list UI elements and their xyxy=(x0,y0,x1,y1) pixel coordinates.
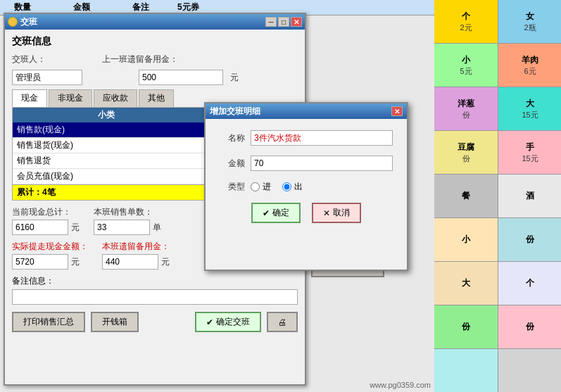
minimize-button[interactable]: ─ xyxy=(265,17,277,27)
maximize-button[interactable]: □ xyxy=(278,17,289,27)
checkmark-icon: ✔ xyxy=(206,317,213,327)
bg-col-2: 金额 xyxy=(73,1,90,13)
dialog-name-row: 名称 xyxy=(220,130,393,146)
dialog-cancel-button[interactable]: ✕ 取消 xyxy=(312,203,361,223)
pos-cell-1[interactable]: 个 2元 xyxy=(434,0,498,43)
withdraw-input[interactable] xyxy=(12,254,68,270)
orders-value-row: 单 xyxy=(94,220,161,235)
prev-reserve-input[interactable] xyxy=(139,70,223,85)
footer-label: 累计：4笔 xyxy=(17,186,201,198)
open-drawer-button[interactable]: 开钱箱 xyxy=(91,312,139,332)
print-summary-button[interactable]: 打印销售汇总 xyxy=(12,312,85,332)
close-button[interactable]: ✕ xyxy=(291,17,302,27)
pos-cell-2[interactable]: 女 2瓶 xyxy=(498,0,561,43)
pos-cell-15[interactable]: 份 xyxy=(434,305,498,348)
pos-cell-17[interactable] xyxy=(434,349,498,392)
withdraw-label: 实际提走现金金额： xyxy=(12,241,88,253)
dialog-type-row: 类型 进 出 xyxy=(220,181,393,193)
tab-other[interactable]: 其他 xyxy=(139,89,174,107)
pos-cell-16[interactable]: 份 xyxy=(498,305,561,348)
withdraw-block: 实际提走现金金额： 元 xyxy=(12,241,88,270)
person-reserve-row: 交班人： 上一班遗留备用金： xyxy=(12,53,298,65)
name-label: 名称 xyxy=(220,132,245,144)
dialog-content: 名称 金额 类型 进 出 ✔ xyxy=(206,119,407,234)
pos-cell-12[interactable]: 份 xyxy=(498,218,561,261)
window-controls[interactable]: ─ □ ✕ xyxy=(265,17,302,27)
print-handover-button[interactable]: 🖨 xyxy=(267,312,298,332)
person-label: 交班人： xyxy=(12,53,46,65)
dialog-title: 增加交班明细 xyxy=(210,106,260,118)
radio-in-input[interactable] xyxy=(251,182,260,191)
bottom-buttons-left: 打印销售汇总 开钱箱 xyxy=(12,312,139,332)
row-name: 销售退货 xyxy=(13,153,199,168)
confirm-handover-button[interactable]: ✔ 确定交班 xyxy=(195,312,261,332)
current-cash-value-row: 元 xyxy=(12,220,80,235)
current-cash-unit: 元 xyxy=(71,222,80,234)
dialog-titlebar: 增加交班明细 ✕ xyxy=(206,103,407,119)
reserve-input[interactable] xyxy=(102,254,158,270)
dialog-amount-row: 金额 xyxy=(220,156,393,171)
section-title: 交班信息 xyxy=(12,35,298,48)
titlebar-left: 交班 xyxy=(8,16,37,28)
pos-cell-5[interactable]: 洋葱 份 xyxy=(434,87,498,130)
tab-cash[interactable]: 现金 xyxy=(12,89,47,107)
pos-cell-4[interactable]: 羊肉 6元 xyxy=(498,44,561,87)
tab-receivable[interactable]: 应收款 xyxy=(94,89,137,107)
withdraw-unit: 元 xyxy=(71,256,80,268)
type-radio-group: 进 出 xyxy=(251,181,303,193)
pos-cell-8[interactable]: 手 15元 xyxy=(498,131,561,174)
current-cash-label: 当前现金总计： xyxy=(12,206,80,218)
add-detail-dialog: 增加交班明细 ✕ 名称 金额 类型 进 出 xyxy=(204,102,408,271)
watermark: www.pg0359.com xyxy=(370,381,431,389)
confirm-handover-label: 确定交班 xyxy=(216,316,250,328)
window-icon xyxy=(8,17,18,27)
notes-section: 备注信息： xyxy=(12,275,298,305)
cancel-x-icon: ✕ xyxy=(323,208,330,218)
dialog-confirm-button[interactable]: ✔ 确定 xyxy=(251,203,301,223)
main-titlebar: 交班 ─ □ ✕ xyxy=(5,14,305,30)
pos-cell-7[interactable]: 豆腐 份 xyxy=(434,131,498,174)
radio-in[interactable]: 进 xyxy=(251,181,271,193)
reserve-block: 本班遗留备用金： 元 xyxy=(102,241,170,270)
pos-cell-11[interactable]: 小 xyxy=(434,218,498,261)
pos-cell-3[interactable]: 小 5元 xyxy=(434,44,498,87)
type-label: 类型 xyxy=(220,181,245,193)
withdraw-value-row: 元 xyxy=(12,254,88,270)
prev-reserve-unit: 元 xyxy=(230,72,239,84)
pos-cell-18[interactable] xyxy=(498,349,561,392)
dialog-buttons: ✔ 确定 ✕ 取消 xyxy=(220,203,393,223)
amount-input[interactable] xyxy=(251,156,393,171)
row-name: 销售款(现金) xyxy=(13,122,199,137)
bg-col-4: 5元券 xyxy=(177,1,199,13)
radio-out[interactable]: 出 xyxy=(282,181,303,193)
bottom-buttons: 打印销售汇总 开钱箱 ✔ 确定交班 🖨 xyxy=(12,312,298,332)
bg-col-3: 备注 xyxy=(132,1,149,13)
pos-cell-10[interactable]: 酒 xyxy=(498,175,561,217)
radio-out-label: 出 xyxy=(294,181,303,193)
person-input[interactable] xyxy=(12,70,82,85)
notes-input[interactable] xyxy=(12,289,298,305)
confirm-checkmark-icon: ✔ xyxy=(263,208,270,218)
prev-reserve-label: 上一班遗留备用金： xyxy=(102,53,178,65)
dialog-close-button[interactable]: ✕ xyxy=(391,106,403,116)
pos-cell-14[interactable]: 个 xyxy=(498,262,561,305)
tab-noncash[interactable]: 非现金 xyxy=(49,89,92,107)
pos-cell-13[interactable]: 大 xyxy=(434,262,498,305)
bg-col-1: 数量 xyxy=(14,1,31,13)
name-input[interactable] xyxy=(251,130,393,146)
current-cash-block: 当前现金总计： 元 xyxy=(12,206,80,235)
person-value-row: 元 xyxy=(12,70,298,85)
pos-cell-9[interactable]: 餐 xyxy=(434,175,498,217)
orders-label: 本班销售单数： xyxy=(94,206,161,218)
current-cash-input[interactable] xyxy=(12,220,68,235)
notes-label: 备注信息： xyxy=(12,275,298,287)
radio-out-input[interactable] xyxy=(282,182,291,191)
print-icon: 🖨 xyxy=(278,317,286,327)
orders-input[interactable] xyxy=(94,220,150,235)
pos-cell-6[interactable]: 大 15元 xyxy=(498,87,561,130)
col-name: 小类 xyxy=(13,108,199,122)
reserve-unit: 元 xyxy=(161,256,170,268)
dialog-confirm-label: 确定 xyxy=(272,207,289,219)
dialog-cancel-label: 取消 xyxy=(333,207,350,219)
bottom-buttons-right: ✔ 确定交班 🖨 xyxy=(195,312,298,332)
